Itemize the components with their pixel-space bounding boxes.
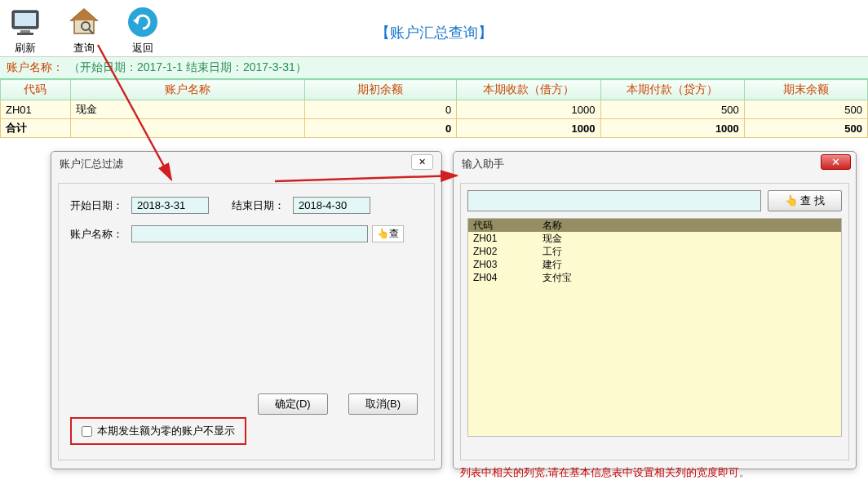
monitor-icon: [8, 5, 42, 39]
helper-list-item[interactable]: ZH01现金: [468, 232, 841, 245]
helper-list-item[interactable]: ZH03建行: [468, 258, 841, 271]
filter-bar: 账户名称： （开始日期：2017-1-1 结束日期：2017-3-31）: [0, 57, 868, 79]
account-name-label: 账户名称：: [70, 227, 131, 242]
footer-note: 列表中相关的列宽,请在基本信息表中设置相关列的宽度即可。: [460, 465, 750, 480]
svg-rect-2: [20, 30, 30, 33]
helper-list-item[interactable]: ZH04支付宝: [468, 271, 841, 284]
refresh-label: 刷新: [15, 41, 36, 56]
helper-search-button[interactable]: 👆 查 找: [768, 190, 842, 211]
helper-dialog: 输入助手 ✕ 👆 查 找 代码名称 ZH01现金ZH02工行ZH03建行ZH04…: [453, 151, 857, 469]
query-label: 查询: [73, 41, 95, 56]
hide-zero-checkbox-row: 本期发生额为零的账户不显示: [70, 417, 246, 445]
page-title: 【账户汇总查询】: [375, 23, 493, 42]
helper-search-input[interactable]: [467, 190, 761, 211]
start-date-label: 开始日期：: [70, 198, 131, 213]
query-button[interactable]: 查询: [67, 5, 101, 56]
helper-dialog-title: 输入助手: [454, 152, 856, 176]
end-date-input[interactable]: [293, 197, 370, 214]
filter-dialog-close[interactable]: ✕: [411, 154, 433, 170]
table-header[interactable]: 账户名称: [70, 80, 304, 100]
table-total-row: 合计010001000500: [1, 119, 868, 138]
end-date-label: 结束日期：: [232, 198, 293, 213]
back-label: 返回: [132, 41, 153, 56]
filter-bar-value: （开始日期：2017-1-1 结束日期：2017-3-31）: [69, 60, 307, 75]
home-search-icon: [67, 5, 101, 39]
back-button[interactable]: 返回: [126, 5, 160, 56]
refresh-button[interactable]: 刷新: [8, 5, 42, 56]
svg-rect-1: [15, 13, 36, 26]
back-icon: [126, 5, 160, 39]
table-header[interactable]: 本期付款（贷方）: [600, 80, 744, 100]
svg-point-8: [128, 7, 157, 37]
filter-bar-label: 账户名称：: [7, 60, 64, 75]
svg-rect-3: [17, 33, 33, 35]
filter-dialog-title: 账户汇总过滤: [51, 152, 441, 176]
table-header[interactable]: 本期收款（借方）: [457, 80, 600, 100]
helper-dialog-close[interactable]: ✕: [821, 154, 851, 170]
svg-marker-5: [71, 9, 97, 20]
account-lookup-button[interactable]: 👆查: [372, 225, 404, 242]
table-header[interactable]: 期初余额: [304, 80, 456, 100]
helper-list-item[interactable]: ZH02工行: [468, 245, 841, 258]
summary-table: 代码账户名称期初余额本期收款（借方）本期付款（贷方）期末余额 ZH01现金010…: [0, 79, 868, 138]
start-date-input[interactable]: [131, 197, 209, 214]
hide-zero-label: 本期发生额为零的账户不显示: [97, 424, 235, 438]
filter-dialog: 账户汇总过滤 ✕ 开始日期： 结束日期： 账户名称： 👆查 确定(D) 取消(B…: [51, 151, 442, 469]
table-header[interactable]: 代码: [1, 80, 71, 100]
ok-button[interactable]: 确定(D): [258, 393, 328, 415]
table-row[interactable]: ZH01现金01000500500: [1, 100, 868, 119]
hide-zero-checkbox[interactable]: [82, 426, 92, 437]
helper-list[interactable]: 代码名称 ZH01现金ZH02工行ZH03建行ZH04支付宝: [467, 218, 842, 437]
cancel-button[interactable]: 取消(B): [348, 393, 418, 415]
account-name-input[interactable]: [131, 225, 368, 242]
table-header[interactable]: 期末余额: [744, 80, 867, 100]
